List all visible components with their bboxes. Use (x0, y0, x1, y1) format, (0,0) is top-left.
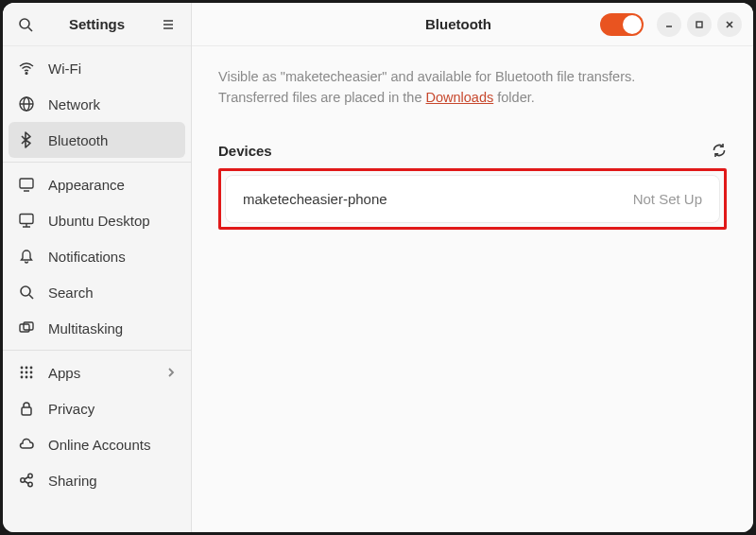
svg-line-1 (28, 27, 32, 31)
menu-button[interactable] (155, 11, 181, 38)
device-name: maketecheasier-phone (243, 191, 387, 207)
svg-point-20 (30, 367, 33, 370)
settings-window: Settings Wi-Fi Network (3, 3, 753, 532)
sidebar-item-label: Appearance (48, 177, 125, 193)
sidebar-list: Wi-Fi Network Bluetooth Appearance (3, 46, 191, 532)
svg-rect-11 (20, 215, 33, 224)
globe-icon (18, 95, 35, 112)
svg-point-28 (21, 478, 25, 482)
apps-icon (18, 364, 35, 381)
wifi-icon (18, 60, 35, 77)
svg-point-23 (30, 371, 33, 374)
bluetooth-icon (18, 131, 35, 148)
sidebar-item-ubuntu-desktop[interactable]: Ubuntu Desktop (3, 202, 191, 238)
devices-title: Devices (218, 143, 272, 159)
refresh-icon (712, 143, 727, 158)
svg-line-32 (25, 481, 28, 484)
device-highlight: maketecheasier-phone Not Set Up (218, 168, 727, 230)
device-row[interactable]: maketecheasier-phone Not Set Up (225, 175, 720, 223)
multitasking-icon (18, 319, 35, 337)
sidebar-item-notifications[interactable]: Notifications (3, 238, 191, 274)
sidebar: Settings Wi-Fi Network (3, 3, 192, 532)
svg-rect-16 (20, 324, 29, 332)
maximize-button[interactable] (687, 12, 712, 37)
sidebar-item-online-accounts[interactable]: Online Accounts (3, 426, 191, 462)
svg-point-19 (26, 367, 28, 370)
svg-line-15 (29, 295, 33, 299)
sidebar-item-label: Network (48, 96, 100, 112)
sidebar-item-multitasking[interactable]: Multitasking (3, 310, 191, 346)
devices-header: Devices (218, 143, 727, 159)
svg-rect-17 (24, 322, 33, 330)
svg-point-25 (26, 376, 28, 379)
close-button[interactable] (717, 12, 742, 37)
svg-rect-9 (20, 179, 33, 188)
sidebar-header: Settings (3, 3, 191, 46)
sidebar-item-label: Notifications (48, 249, 126, 265)
sidebar-item-label: Apps (48, 365, 80, 381)
svg-rect-34 (696, 22, 702, 27)
svg-point-18 (21, 367, 24, 370)
sidebar-item-label: Bluetooth (48, 132, 108, 148)
sidebar-item-search[interactable]: Search (3, 274, 191, 310)
sidebar-item-label: Multitasking (48, 320, 123, 337)
sidebar-item-label: Wi-Fi (48, 60, 81, 77)
minimize-icon (664, 20, 674, 29)
svg-point-22 (26, 371, 28, 374)
sidebar-item-label: Search (48, 285, 94, 301)
svg-point-5 (26, 73, 27, 75)
search-icon (18, 17, 33, 32)
svg-point-29 (28, 474, 32, 477)
bell-icon (18, 248, 35, 265)
lock-icon (18, 400, 35, 417)
sidebar-item-apps[interactable]: Apps (3, 354, 191, 390)
sidebar-item-network[interactable]: Network (3, 86, 191, 122)
share-icon (18, 472, 35, 489)
sidebar-item-bluetooth[interactable]: Bluetooth (9, 122, 185, 158)
svg-point-24 (21, 376, 24, 379)
close-icon (725, 20, 734, 29)
sidebar-item-appearance[interactable]: Appearance (3, 166, 191, 202)
divider (3, 162, 191, 163)
divider (3, 350, 191, 351)
svg-point-26 (30, 376, 33, 379)
appearance-icon (18, 176, 35, 193)
content-body: Visible as "maketecheasier" and availabl… (192, 46, 753, 532)
page-title: Bluetooth (317, 16, 600, 32)
sidebar-title: Settings (39, 16, 155, 32)
sidebar-item-wifi[interactable]: Wi-Fi (3, 50, 191, 86)
bluetooth-toggle[interactable] (600, 13, 644, 36)
svg-point-0 (20, 19, 29, 28)
sidebar-item-privacy[interactable]: Privacy (3, 390, 191, 426)
bluetooth-description: Visible as "maketecheasier" and availabl… (218, 67, 727, 109)
sidebar-item-label: Ubuntu Desktop (48, 213, 150, 229)
sidebar-item-label: Sharing (48, 473, 97, 489)
svg-line-31 (25, 477, 28, 480)
search-button[interactable] (12, 11, 39, 38)
device-status: Not Set Up (633, 191, 702, 207)
hamburger-icon (162, 18, 175, 31)
svg-point-14 (21, 286, 30, 296)
minimize-button[interactable] (657, 12, 681, 37)
devices-refresh-button[interactable] (712, 143, 727, 158)
sidebar-item-sharing[interactable]: Sharing (3, 462, 191, 498)
content-header: Bluetooth (192, 3, 753, 46)
maximize-icon (695, 20, 704, 29)
desktop-icon (18, 212, 35, 229)
svg-point-30 (28, 482, 32, 486)
sidebar-item-label: Privacy (48, 401, 94, 417)
downloads-link[interactable]: Downloads (426, 90, 494, 105)
search-icon (18, 284, 35, 301)
content: Bluetooth Visible as "maketecheasier" an… (192, 3, 753, 532)
chevron-right-icon (166, 366, 176, 379)
cloud-icon (18, 436, 35, 453)
sidebar-item-label: Online Accounts (48, 437, 150, 453)
svg-point-21 (21, 371, 24, 374)
svg-rect-27 (22, 407, 31, 415)
